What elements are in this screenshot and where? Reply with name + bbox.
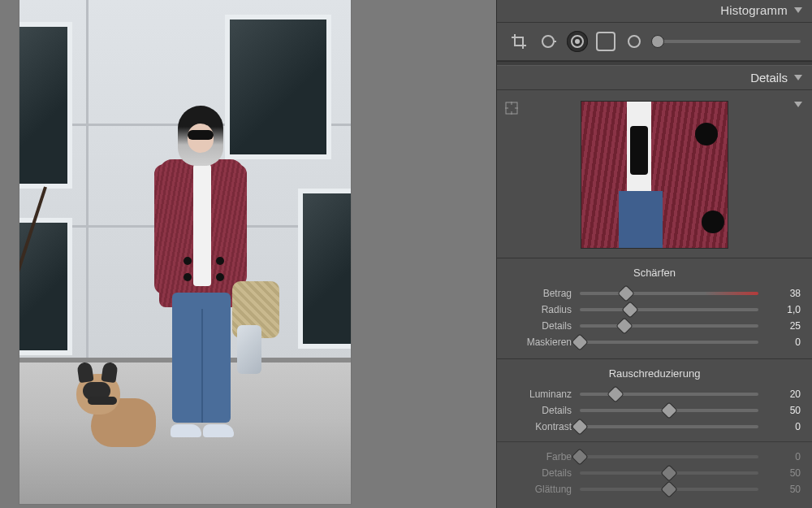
value-noise-col-smooth[interactable]: 50 xyxy=(767,484,801,495)
preview-photo xyxy=(19,0,351,504)
chevron-down-icon xyxy=(794,7,802,13)
histogram-header[interactable]: Histogramm xyxy=(497,0,812,23)
details-title: Details xyxy=(750,71,788,85)
label-noise-col-detail: Details xyxy=(508,467,572,479)
noise-title: Rauschreduzierung xyxy=(508,367,801,380)
label-sharpen-detail: Details xyxy=(508,320,572,332)
value-sharpen-amount[interactable]: 38 xyxy=(767,288,801,299)
local-adjust-toolbar xyxy=(497,23,812,61)
detail-preview-area xyxy=(497,90,812,258)
chevron-down-icon[interactable] xyxy=(794,102,802,107)
svg-point-4 xyxy=(628,36,640,47)
person xyxy=(149,106,247,463)
value-sharpen-detail[interactable]: 25 xyxy=(767,320,801,332)
row-sharpen-radius: Radius 1,0 xyxy=(508,302,801,318)
label-sharpen-amount: Betrag xyxy=(508,288,572,299)
label-noise-lum-contrast: Kontrast xyxy=(508,421,572,432)
slider-noise-lum-contrast[interactable] xyxy=(580,425,758,428)
label-noise-luminance: Luminanz xyxy=(508,389,572,400)
image-canvas[interactable] xyxy=(0,0,496,508)
row-noise-col-smooth: Glättung 50 xyxy=(508,481,801,497)
value-sharpen-mask[interactable]: 0 xyxy=(767,336,801,348)
noise-group: Rauschreduzierung Luminanz 20 Details 50… xyxy=(497,359,812,506)
app-root: Histogramm Details xyxy=(0,0,812,508)
brush-size-slider[interactable] xyxy=(658,40,801,43)
row-sharpen-amount: Betrag 38 xyxy=(508,285,801,302)
row-noise-color: Farbe 0 xyxy=(508,449,801,465)
label-sharpen-radius: Radius xyxy=(508,304,572,315)
develop-right-panel: Histogramm Details xyxy=(496,0,812,508)
row-sharpen-mask: Maskieren 0 xyxy=(508,334,801,350)
row-noise-luminance: Luminanz 20 xyxy=(508,386,801,402)
svg-point-0 xyxy=(542,36,554,47)
details-header[interactable]: Details xyxy=(497,66,812,90)
value-noise-color[interactable]: 0 xyxy=(767,451,801,462)
sharpen-title: Schärfen xyxy=(508,267,801,279)
histogram-title: Histogramm xyxy=(720,3,788,17)
spot-removal-tool[interactable] xyxy=(538,31,559,52)
slider-sharpen-detail[interactable] xyxy=(580,324,758,328)
slider-noise-col-detail[interactable] xyxy=(580,471,758,475)
sharpen-group: Schärfen Betrag 38 Radius 1,0 Details 25… xyxy=(497,258,812,359)
label-noise-color: Farbe xyxy=(508,451,572,462)
slider-noise-luminance[interactable] xyxy=(580,393,758,396)
label-noise-lum-detail: Details xyxy=(508,405,572,416)
slider-noise-col-smooth[interactable] xyxy=(580,488,758,491)
slider-noise-color[interactable] xyxy=(580,455,758,458)
label-noise-col-smooth: Glättung xyxy=(508,484,572,495)
slider-sharpen-amount[interactable] xyxy=(580,292,758,295)
row-noise-lum-contrast: Kontrast 0 xyxy=(508,419,801,435)
slider-sharpen-radius[interactable] xyxy=(580,308,758,311)
chevron-down-icon xyxy=(794,75,802,80)
value-sharpen-radius[interactable]: 1,0 xyxy=(767,304,801,315)
svg-point-3 xyxy=(575,39,580,44)
row-sharpen-detail: Details 25 xyxy=(508,318,801,334)
value-noise-luminance[interactable]: 20 xyxy=(767,389,801,400)
value-noise-lum-detail[interactable]: 50 xyxy=(767,405,801,416)
redeye-tool[interactable] xyxy=(567,31,588,52)
value-noise-col-detail[interactable]: 50 xyxy=(767,467,801,479)
value-noise-lum-contrast[interactable]: 0 xyxy=(767,421,801,432)
slider-noise-lum-detail[interactable] xyxy=(580,409,758,412)
graduated-filter-tool[interactable] xyxy=(596,32,615,51)
detail-100pct-preview[interactable] xyxy=(581,102,728,248)
radial-filter-tool[interactable] xyxy=(624,31,645,52)
row-noise-col-detail: Details 50 xyxy=(508,465,801,481)
target-icon[interactable] xyxy=(505,102,518,115)
label-sharpen-mask: Maskieren xyxy=(508,336,572,348)
slider-sharpen-mask[interactable] xyxy=(580,341,758,344)
row-noise-lum-detail: Details 50 xyxy=(508,402,801,419)
crop-tool[interactable] xyxy=(508,31,529,52)
